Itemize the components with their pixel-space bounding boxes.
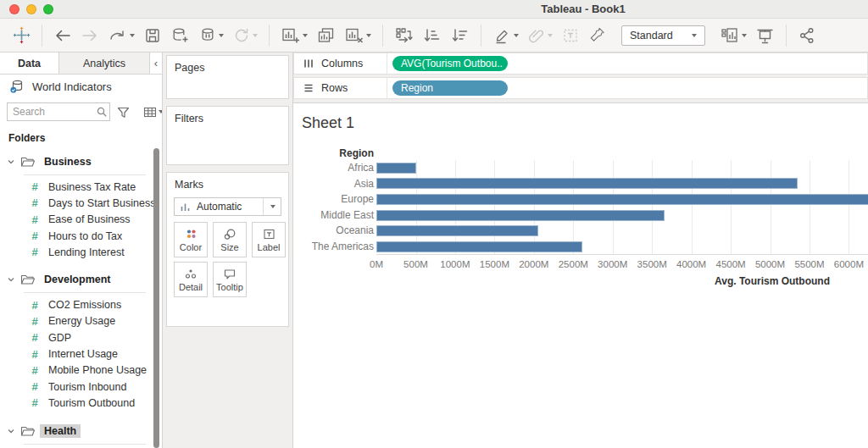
duplicate-worksheet-icon[interactable] — [314, 24, 338, 47]
search-row — [0, 98, 162, 126]
measure-number-icon: # — [31, 331, 39, 344]
show-cards-caret[interactable] — [742, 34, 747, 37]
view-as-table-caret[interactable] — [159, 110, 163, 113]
highlight-icon[interactable] — [490, 24, 521, 47]
field-hours-to-do-tax[interactable]: #Hours to do Tax — [0, 228, 162, 244]
axis-tick: 5000M — [755, 259, 785, 269]
gridline — [416, 160, 417, 254]
bar-africa[interactable] — [376, 163, 416, 174]
folder-health: Health#Health Exp % GDP — [0, 422, 162, 448]
label-icon — [263, 228, 275, 241]
tooltip-icon — [223, 268, 236, 280]
chevron-down-icon — [7, 275, 15, 284]
gridline — [494, 160, 495, 254]
field-lending-interest[interactable]: #Lending Interest — [0, 244, 162, 260]
tableau-logo-icon[interactable] — [10, 24, 33, 47]
search-input[interactable] — [7, 102, 110, 121]
folder-open-icon — [20, 274, 35, 285]
field-ease-of-business[interactable]: #Ease of Business — [0, 212, 162, 228]
view-as-table-icon[interactable] — [143, 106, 163, 119]
tab-data[interactable]: Data — [0, 53, 59, 74]
row-label-africa: Africa — [293, 160, 374, 176]
gridline — [613, 160, 614, 254]
columns-pill[interactable]: AVG(Tourism Outbou.. — [392, 56, 508, 71]
search-icon — [96, 106, 108, 118]
folder-header-business[interactable]: Business — [0, 152, 162, 171]
attach-icon — [525, 24, 555, 47]
back-icon[interactable] — [51, 24, 75, 47]
field-mobile-phone-usage[interactable]: #Mobile Phone Usage — [0, 362, 162, 379]
rows-pill[interactable]: Region — [392, 80, 508, 96]
field-label: Ease of Business — [48, 213, 131, 225]
save-icon[interactable] — [141, 24, 164, 47]
clear-sheet-caret[interactable] — [366, 34, 371, 37]
attach-caret — [548, 34, 553, 37]
bar-middle-east[interactable] — [376, 210, 665, 221]
show-cards-icon[interactable] — [717, 24, 749, 47]
columns-shelf-text: Columns — [321, 58, 363, 69]
field-co2-emissions[interactable]: #CO2 Emissions — [0, 296, 162, 312]
datasource-row[interactable]: World Indicators — [0, 75, 162, 98]
clear-sheet-icon[interactable] — [342, 24, 374, 47]
data-pane-scrollbar[interactable] — [153, 148, 159, 448]
chevron-down-icon — [7, 427, 15, 435]
bar-europe[interactable] — [376, 194, 868, 205]
folders-label: Folders — [0, 126, 162, 144]
highlight-caret[interactable] — [514, 34, 519, 37]
presentation-mode-icon[interactable] — [753, 24, 777, 47]
folder-header-health[interactable]: Health — [0, 422, 162, 440]
field-business-tax-rate[interactable]: #Business Tax Rate — [0, 179, 162, 195]
fit-selector[interactable]: Standard — [621, 25, 705, 46]
field-tourism-inbound[interactable]: #Tourism Inbound — [0, 379, 162, 395]
pages-card[interactable]: Pages — [166, 55, 289, 99]
columns-shelf[interactable]: Columns AVG(Tourism Outbou.. — [293, 53, 868, 75]
size-button[interactable]: Size — [213, 222, 247, 257]
color-icon — [185, 228, 198, 241]
redo-icon[interactable] — [105, 24, 137, 47]
field-internet-usage[interactable]: #Internet Usage — [0, 346, 162, 362]
filters-card[interactable]: Filters — [166, 106, 289, 165]
data-source-icon[interactable] — [196, 24, 226, 47]
toolbar-separator — [481, 25, 481, 47]
tooltip-button[interactable]: Tooltip — [213, 262, 247, 297]
measure-number-icon: # — [31, 380, 39, 393]
field-energy-usage[interactable]: #Energy Usage — [0, 313, 162, 329]
field-label: Business Tax Rate — [48, 181, 136, 193]
refresh-icon — [230, 24, 260, 47]
field-label: Days to Start Business — [48, 197, 155, 209]
swap-rows-columns-icon[interactable] — [392, 24, 416, 47]
redo-caret[interactable] — [130, 34, 135, 37]
bar-oceania[interactable] — [376, 225, 538, 236]
minimize-button[interactable] — [26, 4, 36, 14]
zoom-button[interactable] — [43, 4, 53, 14]
folder-header-development[interactable]: Development — [0, 270, 162, 289]
mark-type-value: Automatic — [197, 201, 242, 213]
field-gdp[interactable]: #GDP — [0, 329, 162, 346]
color-button[interactable]: Color — [174, 222, 208, 257]
detail-button[interactable]: Detail — [174, 262, 208, 297]
bar-asia[interactable] — [376, 178, 798, 189]
new-worksheet-caret[interactable] — [303, 34, 308, 37]
new-worksheet-icon[interactable] — [278, 24, 310, 47]
tab-analytics[interactable]: Analytics — [59, 53, 150, 74]
data-source-caret[interactable] — [219, 34, 224, 37]
field-label: Internet Usage — [48, 348, 118, 360]
measure-number-icon: # — [31, 396, 39, 409]
add-data-icon[interactable] — [168, 24, 192, 47]
rows-shelf[interactable]: Rows Region — [293, 77, 868, 99]
sort-descending-icon[interactable] — [448, 24, 472, 47]
sort-ascending-icon[interactable] — [420, 24, 444, 47]
mark-type-dropdown[interactable]: Automatic — [174, 197, 281, 216]
tree-divider — [24, 444, 146, 445]
bar-the-americas[interactable] — [376, 241, 582, 252]
share-icon[interactable] — [795, 24, 819, 47]
pin-icon[interactable] — [586, 24, 609, 47]
field-days-to-start-business[interactable]: #Days to Start Business — [0, 195, 162, 211]
close-button[interactable] — [9, 4, 19, 14]
collapse-pane-button[interactable]: ‹ — [150, 53, 162, 74]
detail-icon — [184, 268, 198, 280]
label-button[interactable]: Label — [252, 222, 286, 257]
field-tourism-outbound[interactable]: #Tourism Outbound — [0, 395, 162, 411]
filter-fields-icon[interactable] — [117, 106, 130, 119]
bar-chart-icon — [180, 202, 191, 213]
